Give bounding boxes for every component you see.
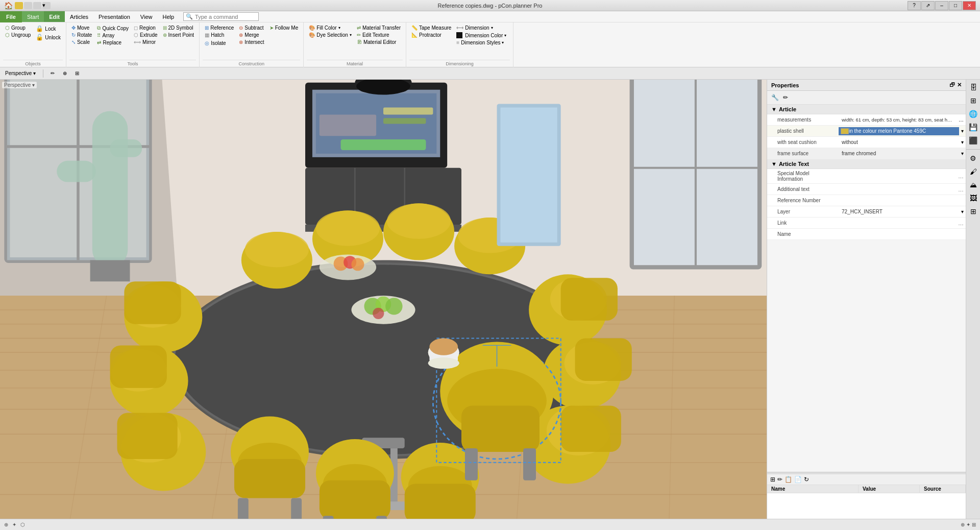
- article-text-section-header[interactable]: ▼ Article Text: [767, 159, 966, 169]
- quick-access-save[interactable]: [15, 2, 23, 9]
- menu-presentation[interactable]: Presentation: [93, 11, 135, 22]
- sidebar-icon-terrain[interactable]: ⛰: [968, 179, 979, 190]
- perspective-dropdown[interactable]: Perspective ▾: [2, 69, 39, 77]
- plastic-shell-dropdown[interactable]: ▾: [959, 128, 966, 134]
- material-editor-btn[interactable]: 🖹 Material Editor: [355, 39, 403, 45]
- tape-measure-btn[interactable]: 📏 Tape Measure: [409, 25, 453, 31]
- svg-point-106: [351, 258, 364, 271]
- menu-view[interactable]: View: [135, 11, 158, 22]
- menu-articles[interactable]: Articles: [65, 11, 93, 22]
- group-btn[interactable]: ⬡ Group: [3, 25, 33, 31]
- sidebar-icon-grid[interactable]: ⊞: [968, 206, 979, 217]
- mirror-btn[interactable]: ⟺ Mirror: [132, 39, 159, 45]
- sidebar-icon-image[interactable]: 🖼: [968, 192, 979, 204]
- 3d-viewport[interactable]: Perspective ▾: [0, 80, 767, 519]
- sidebar-icon-brush[interactable]: 🖌: [968, 166, 979, 177]
- frame-surface-dropdown[interactable]: ▾: [959, 151, 966, 156]
- fill-color-btn[interactable]: 🎨 Fill Color ▾: [307, 25, 354, 31]
- props-tool-wrench[interactable]: 🔧: [770, 93, 780, 102]
- properties-panel: Properties 🗗 ✕ 🔧 ✏ ▼ Article measurement…: [767, 80, 966, 519]
- link-more-btn[interactable]: …: [956, 220, 966, 226]
- measurements-more-btn[interactable]: …: [957, 117, 966, 123]
- edit-texture-btn[interactable]: ✏ Edit Texture: [355, 32, 403, 38]
- insert-point-btn[interactable]: ⊕ Insert Point: [161, 32, 197, 38]
- sidebar-icon-settings[interactable]: ⚙: [968, 153, 979, 164]
- restore-btn[interactable]: □: [949, 1, 962, 10]
- fill-color-icon: 🎨: [309, 25, 315, 31]
- additional-text-more-btn[interactable]: …: [956, 186, 966, 192]
- lock-btn[interactable]: 🔒 Lock: [34, 25, 63, 33]
- status-nav2: ⬡: [20, 522, 25, 527]
- properties-restore-btn[interactable]: 🗗: [949, 82, 955, 88]
- share-btn[interactable]: ⇗: [921, 1, 935, 10]
- properties-close-btn[interactable]: ✕: [957, 82, 962, 88]
- rotate-btn[interactable]: ↻ Rotate: [69, 32, 94, 38]
- svg-rect-72: [575, 338, 632, 380]
- isolate-btn[interactable]: ◎ Isolate: [203, 40, 236, 46]
- dye-selection-btn[interactable]: 🎨 Dye Selection ▾: [307, 32, 354, 38]
- scale-btn[interactable]: ⤡ Scale: [69, 39, 94, 45]
- material-transfer-btn[interactable]: ⇌ Material Transfer: [355, 25, 403, 31]
- merge-btn[interactable]: ⊕ Merge: [237, 32, 266, 38]
- search-input[interactable]: [195, 14, 256, 20]
- sidebar-icon-globe[interactable]: 🌐: [968, 108, 979, 119]
- props-tool-pencil[interactable]: ✏: [782, 93, 789, 102]
- quick-access-more[interactable]: ▾: [42, 2, 51, 9]
- draw-tool[interactable]: ✏: [47, 69, 58, 77]
- quick-copy-btn[interactable]: ⧉ Quick Copy: [95, 25, 131, 32]
- sidebar-icon-stack[interactable]: ⬛: [968, 135, 979, 146]
- sidebar-icon-layers[interactable]: ⊞: [968, 95, 979, 106]
- props-bottom-icon5[interactable]: ↻: [804, 476, 809, 483]
- ungroup-btn[interactable]: ⬡ Ungroup: [3, 32, 33, 38]
- protractor-btn[interactable]: 📐 Protractor: [409, 32, 453, 38]
- prop-value-plastic-shell-wrapper[interactable]: in the colour melon Pantone 459C: [839, 127, 959, 135]
- insert-point-icon: ⊕: [163, 32, 167, 38]
- symbol-2d-btn[interactable]: ⊞ 2D Symbol: [161, 25, 197, 31]
- hatch-btn[interactable]: ▦ Hatch: [203, 32, 236, 38]
- move-btn[interactable]: ✥ Move: [69, 25, 94, 31]
- dimension-styles-btn[interactable]: ≡ Dimension Styles: [454, 39, 508, 46]
- reference-btn[interactable]: ⊞ Reference: [203, 25, 236, 31]
- sidebar-icon-database[interactable]: 🗄: [968, 82, 979, 93]
- prop-label-frame-surface: frame surface: [767, 149, 839, 158]
- props-bottom-icon1[interactable]: ⊞: [770, 476, 775, 483]
- svg-rect-94: [461, 406, 540, 452]
- help-btn[interactable]: ?: [908, 1, 921, 10]
- replace-btn[interactable]: ⇄ Replace: [95, 39, 131, 46]
- prop-value-measurements: width: 61 cm, depth: 53 cm, height: 83 c…: [839, 116, 957, 124]
- menu-help[interactable]: Help: [157, 11, 179, 22]
- search-box[interactable]: 🔍: [183, 12, 259, 21]
- intersect-btn[interactable]: ⊗ Intersect: [237, 39, 266, 45]
- special-model-more-btn[interactable]: …: [956, 173, 966, 179]
- nav-tool[interactable]: ⊞: [72, 69, 82, 77]
- menu-file[interactable]: File: [0, 11, 22, 22]
- follow-me-btn[interactable]: ➤ Follow Me: [267, 25, 301, 31]
- dimension-color-btn[interactable]: Dimension Color ▾: [454, 32, 508, 39]
- extrude-btn[interactable]: ⬡ Extrude: [132, 32, 159, 38]
- props-bottom-icon4[interactable]: 📄: [794, 476, 802, 483]
- svg-rect-78: [234, 459, 305, 498]
- svg-point-101: [385, 298, 402, 315]
- prop-label-seat-cushion: with seat cushion: [767, 138, 839, 147]
- menu-start[interactable]: Start: [22, 11, 44, 22]
- sidebar-icon-save[interactable]: 💾: [968, 122, 979, 133]
- subtract-btn[interactable]: ⊖ Subtract: [237, 25, 266, 31]
- props-bottom-icon2[interactable]: ✏: [777, 476, 782, 483]
- select-tool[interactable]: ⊕: [60, 69, 70, 77]
- quick-access-undo[interactable]: [24, 2, 32, 9]
- close-btn[interactable]: ✕: [963, 1, 976, 10]
- dye-selection-icon: 🎨: [309, 32, 315, 38]
- minimize-btn[interactable]: –: [935, 1, 948, 10]
- props-toolbar: 🔧 ✏: [767, 91, 966, 105]
- layer-dropdown[interactable]: ▾: [959, 209, 966, 214]
- article-section-header[interactable]: ▼ Article: [767, 105, 966, 114]
- seat-cushion-dropdown[interactable]: ▾: [959, 139, 966, 145]
- quick-access-redo[interactable]: [33, 2, 41, 9]
- region-icon: ◻: [134, 25, 138, 31]
- region-btn[interactable]: ◻ Region: [132, 25, 159, 31]
- dimension-btn[interactable]: ⟷ Dimension: [454, 25, 508, 31]
- menu-edit[interactable]: Edit: [44, 11, 65, 22]
- props-bottom-icon3[interactable]: 📋: [785, 476, 792, 483]
- array-btn[interactable]: ⠿ Array: [95, 32, 131, 39]
- unlock-btn[interactable]: 🔓 Unlock: [34, 33, 63, 41]
